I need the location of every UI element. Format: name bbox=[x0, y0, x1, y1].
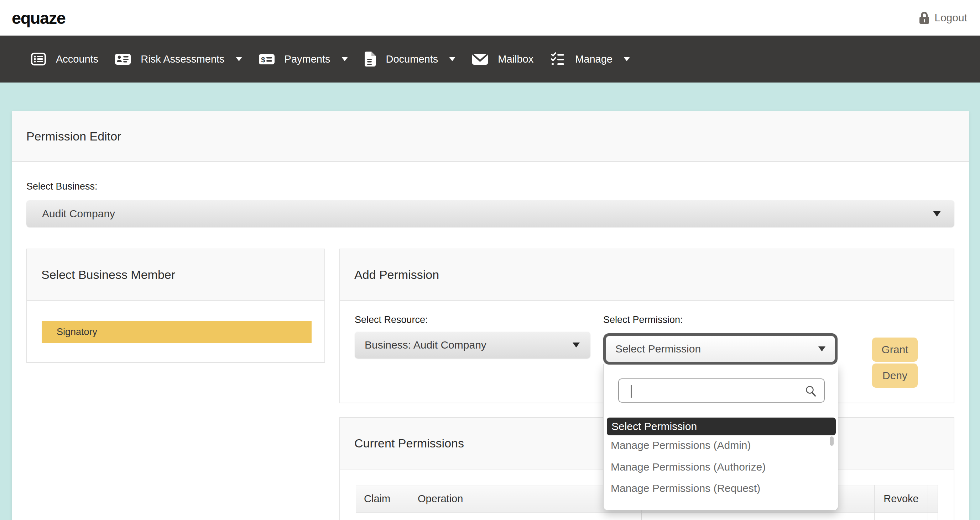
add-permission-body: Select Resource: Business: Audit Company… bbox=[340, 301, 954, 403]
two-column-layout: Select Business Member Signatory Add Per… bbox=[26, 249, 955, 520]
member-list: Signatory bbox=[27, 301, 325, 362]
nav-item-payments[interactable]: $ Payments bbox=[259, 51, 348, 67]
logout-button[interactable]: Logout bbox=[920, 12, 967, 24]
select-permission-label: Select Permission: bbox=[603, 314, 683, 325]
add-permission-card: Add Permission Select Resource: Business… bbox=[339, 249, 955, 403]
resource-select[interactable]: Business: Audit Company bbox=[355, 331, 590, 358]
envelope-icon bbox=[472, 51, 488, 67]
nav-label: Risk Assessments bbox=[141, 53, 224, 65]
list-icon bbox=[30, 51, 46, 67]
caret-down-icon bbox=[624, 57, 630, 61]
document-icon bbox=[364, 51, 376, 67]
nav-item-mailbox[interactable]: Mailbox bbox=[472, 51, 533, 67]
search-icon bbox=[805, 385, 817, 399]
resource-select-value: Business: Audit Company bbox=[365, 339, 487, 351]
grant-button[interactable]: Grant bbox=[872, 338, 918, 362]
add-permission-header: Add Permission bbox=[340, 249, 954, 301]
main-container: Permission Editor Select Business: Audit… bbox=[12, 111, 969, 520]
logout-label: Logout bbox=[934, 12, 967, 24]
column-header-claim: Claim bbox=[356, 485, 409, 513]
nav-label: Accounts bbox=[56, 53, 98, 65]
checklist-icon bbox=[550, 51, 565, 67]
select-resource-label: Select Resource: bbox=[355, 314, 428, 325]
member-card-header: Select Business Member bbox=[27, 249, 325, 301]
caret-down-icon bbox=[449, 57, 455, 61]
dropdown-option-admin[interactable]: Manage Permissions (Admin) bbox=[611, 438, 751, 453]
nav-item-risk-assessments[interactable]: Risk Assessments bbox=[115, 51, 242, 67]
scrollbar-thumb[interactable] bbox=[830, 436, 834, 445]
table-row bbox=[356, 513, 938, 520]
content-area: Select Business: Audit Company Select Bu… bbox=[12, 162, 969, 520]
page: equaze Logout Accounts bbox=[0, 0, 980, 520]
caret-down-icon bbox=[342, 57, 348, 61]
dropdown-search-box bbox=[618, 379, 825, 403]
dollar-card-icon: $ bbox=[259, 51, 275, 67]
caret-down-icon bbox=[933, 211, 941, 217]
permission-select[interactable]: Select Permission bbox=[603, 333, 838, 365]
member-row-signatory[interactable]: Signatory bbox=[42, 321, 312, 343]
main-nav: Accounts Risk Assessments $ bbox=[0, 36, 980, 82]
caret-down-icon bbox=[236, 57, 242, 61]
top-header: equaze Logout bbox=[0, 0, 980, 36]
permission-select-value: Select Permission bbox=[615, 343, 701, 355]
search-input[interactable] bbox=[619, 379, 824, 402]
select-business-member-card: Select Business Member Signatory bbox=[26, 249, 325, 363]
column-header-spacer bbox=[928, 485, 938, 513]
nav-item-accounts[interactable]: Accounts bbox=[30, 51, 98, 67]
dropdown-option-request[interactable]: Manage Permissions (Request) bbox=[611, 480, 760, 496]
business-select[interactable]: Audit Company bbox=[26, 200, 955, 227]
nav-item-documents[interactable]: Documents bbox=[364, 51, 456, 67]
nav-label: Documents bbox=[386, 53, 438, 65]
logo: equaze bbox=[12, 8, 65, 28]
svg-text:$: $ bbox=[261, 55, 265, 63]
id-card-icon bbox=[115, 51, 131, 67]
caret-down-icon bbox=[573, 342, 580, 347]
add-permission-title: Add Permission bbox=[354, 268, 939, 282]
right-column: Add Permission Select Resource: Business… bbox=[339, 249, 955, 520]
nav-label: Mailbox bbox=[498, 53, 533, 65]
member-name: Signatory bbox=[57, 327, 97, 338]
text-cursor bbox=[631, 385, 632, 398]
business-select-value: Audit Company bbox=[42, 208, 115, 220]
member-card-title: Select Business Member bbox=[41, 268, 310, 282]
page-header: Permission Editor bbox=[12, 111, 969, 162]
dropdown-option-authorize[interactable]: Manage Permissions (Authorize) bbox=[611, 459, 765, 475]
lock-icon bbox=[920, 12, 929, 24]
select-business-label: Select Business: bbox=[26, 181, 955, 192]
permission-dropdown-panel: Select Permission Manage Permissions (Ad… bbox=[603, 364, 838, 510]
nav-label: Payments bbox=[285, 53, 331, 65]
nav-item-manage[interactable]: Manage bbox=[550, 51, 630, 67]
page-title: Permission Editor bbox=[26, 130, 955, 143]
deny-button[interactable]: Deny bbox=[872, 363, 918, 388]
nav-label: Manage bbox=[575, 53, 612, 65]
column-header-revoke: Revoke bbox=[875, 485, 928, 513]
caret-down-icon bbox=[818, 346, 826, 351]
dropdown-option-select-permission[interactable]: Select Permission bbox=[607, 418, 836, 435]
